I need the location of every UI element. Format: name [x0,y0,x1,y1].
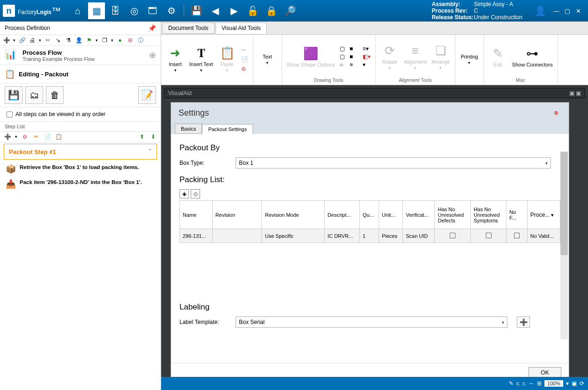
symptoms-checkbox[interactable] [486,233,491,238]
paste-icon[interactable]: 📋 [55,133,62,140]
add-label-button[interactable]: ➕ [517,316,530,328]
cube-remove-icon[interactable]: ◇ [191,189,200,199]
box-type-select[interactable]: Box 1 ▾ [236,157,551,169]
expand-down-icon[interactable]: ⊕ [149,50,156,60]
filled2-icon[interactable]: ■ [350,53,358,60]
info-icon[interactable]: ⓘ [137,37,144,44]
col-name[interactable]: Name [180,201,213,229]
insert-button[interactable]: ➜Insert▾ [166,46,185,73]
dialog-close-icon[interactable]: ⊗ [554,110,561,117]
zoom-value[interactable]: 100% [544,380,563,387]
col-revision-mode[interactable]: Revision Mode [262,201,325,229]
target-icon[interactable]: ◎ [126,2,142,19]
tab-document-tools[interactable]: Document Tools [162,22,215,34]
window-icon[interactable]: 🗔 [144,2,161,19]
layers-icon[interactable]: ❐ [101,37,108,44]
up-icon[interactable]: ⬆ [138,133,146,140]
notes-button[interactable]: 📝 [138,86,156,104]
lock-search-icon[interactable]: 🔎 [282,2,298,19]
chevron-down-icon[interactable]: ˅ [149,148,152,155]
link-icon[interactable]: 🔗 [18,37,26,44]
copy-icon[interactable]: 📄 [241,56,248,63]
delete-icon[interactable]: ⊖ [241,66,248,72]
anyorder-row[interactable]: All steps can be viewed in any order [0,107,161,122]
back-icon[interactable]: ◀ [207,2,223,19]
shape-icon[interactable]: ◧▾ [363,53,371,60]
col-no-f[interactable]: No F... [506,201,528,229]
cube-icon[interactable]: ◈ [179,189,189,199]
flask-icon[interactable]: ⚗ [65,37,72,44]
save-icon[interactable]: 💾 [188,2,205,19]
remove-step-icon[interactable]: ⊖ [21,133,29,140]
filled-square-icon[interactable]: ■ [350,45,358,52]
text-button[interactable]: Text▾ [258,54,277,65]
minimize-button[interactable]: — [553,7,560,14]
tool-icon[interactable]: ⎌ [522,380,526,387]
tab-packout-settings[interactable]: Packout Settings [202,124,253,134]
user-icon[interactable]: 👤 [532,2,549,19]
lines-icon[interactable]: ≡▾ [363,45,371,52]
gear-icon[interactable]: ⚙ [163,2,180,19]
copy-icon[interactable]: 📄 [44,133,51,140]
tab-visual-aid-tools[interactable]: Visual Aid Tools [216,22,267,34]
flag-icon[interactable]: ⚑ [85,37,93,44]
defects-checkbox[interactable] [450,233,455,238]
dot-icon[interactable]: ● [116,37,124,44]
label-template-select[interactable]: Box Serial ▾ [236,316,507,328]
step-item[interactable]: 📥 Pack item '296-13100-2-ND' into the Bo… [0,176,161,191]
tool-icon[interactable]: ✎ [509,380,514,387]
col-description[interactable]: Descript... [325,201,360,229]
refresh-icon[interactable]: ⟳ [580,380,584,387]
process-flow-row[interactable]: 📊 Process Flow Training Example Process … [0,46,161,65]
selected-step[interactable]: Packout Step #1 ˅ [4,144,157,160]
add-step-icon[interactable]: ➕ [4,133,11,140]
save-as-button[interactable]: 🗂 [25,86,43,104]
tool-icon[interactable]: ↔ [528,380,534,387]
minus-icon[interactable]: ⊖ [127,37,134,44]
table-row[interactable]: 296-131... Use Specific IC DRVR... 1 Pie… [180,229,560,243]
close-button[interactable]: ✕ [576,7,582,14]
grid-icon[interactable]: ▦ [88,2,105,19]
user-icon[interactable]: 👤 [75,37,82,44]
tab-basics[interactable]: Basics [175,124,202,134]
square-icon[interactable]: ▢ [340,45,348,52]
tool-icon[interactable]: ⎌ [516,380,520,387]
col-process[interactable]: Proce... ▾ [527,201,560,229]
fit-icon[interactable]: ▣ [572,380,577,387]
insert-text-button[interactable]: 𝐓Insert Text▾ [189,46,213,73]
forward-icon[interactable]: ▶ [225,2,242,19]
col-qty[interactable]: Qu... [359,201,379,229]
printing-button[interactable]: Printing▾ [460,54,479,65]
home-icon[interactable]: ⌂ [69,2,86,19]
db-icon[interactable]: 🗄 [107,2,124,19]
unlock-icon[interactable]: 🔓 [244,2,261,19]
delete-button[interactable]: 🗑 [46,86,64,104]
col-revision[interactable]: Revision [212,201,262,229]
col-no-defects[interactable]: Has No Unresolved Defects [435,201,470,229]
scissors-icon[interactable]: ✂ [44,37,52,44]
tool-icon[interactable]: ⊞ [537,380,542,387]
col-no-symptoms[interactable]: Has No Unresolved Symptoms [470,201,506,229]
rounded-icon[interactable]: ▢ [340,53,348,60]
circle-icon[interactable]: ○ [340,61,348,68]
step-item[interactable]: 📦 Retrieve the Box 'Box 1' to load packi… [0,161,161,176]
cut-icon[interactable]: ✂ [241,47,248,53]
va-icons[interactable]: ▣ ▣ [569,90,581,96]
lock-icon[interactable]: 🔒 [263,2,280,19]
gray-square-icon[interactable]: ■ [350,61,358,68]
pin-icon[interactable]: 📌 [148,24,156,32]
scroll-thumb[interactable] [560,152,568,255]
goto-icon[interactable]: ↘ [54,37,62,44]
scrollbar[interactable] [560,152,568,339]
print-icon[interactable]: 🖨 [29,37,36,44]
maximize-button[interactable]: ▢ [565,7,571,14]
nof-checkbox[interactable] [514,233,520,238]
save-button[interactable]: 💾 [5,86,22,104]
cut-icon[interactable]: ✂ [32,133,40,140]
col-verification[interactable]: Verificat... [403,201,435,229]
show-connectors-button[interactable]: ⊶Show Connectors [512,46,553,67]
col-unit[interactable]: Unit... [379,201,402,229]
packing-grid[interactable]: Name Revision Revision Mode Descript... … [179,200,560,243]
anyorder-checkbox[interactable] [7,111,13,118]
add-icon[interactable]: ➕ [3,37,10,44]
